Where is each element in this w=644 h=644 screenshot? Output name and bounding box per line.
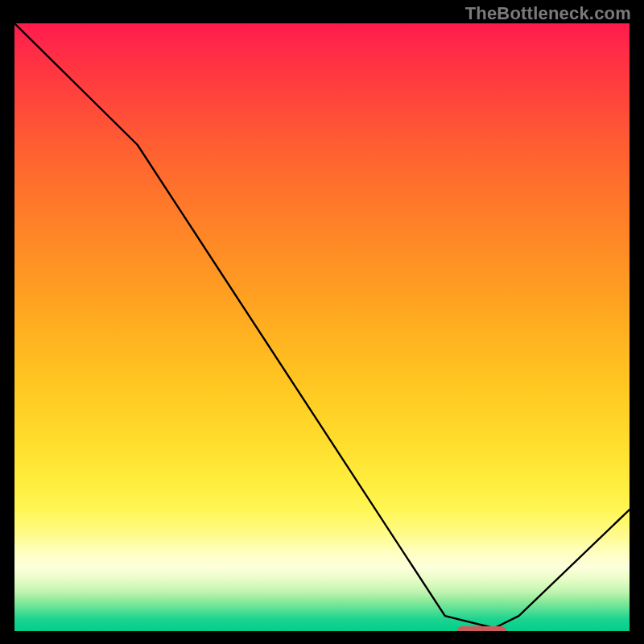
plot-area bbox=[14, 23, 630, 631]
watermark-text: TheBottleneck.com bbox=[465, 3, 631, 24]
chart-frame: TheBottleneck.com bbox=[0, 0, 644, 644]
bottleneck-curve bbox=[14, 23, 630, 631]
optimal-range-marker bbox=[457, 626, 506, 631]
